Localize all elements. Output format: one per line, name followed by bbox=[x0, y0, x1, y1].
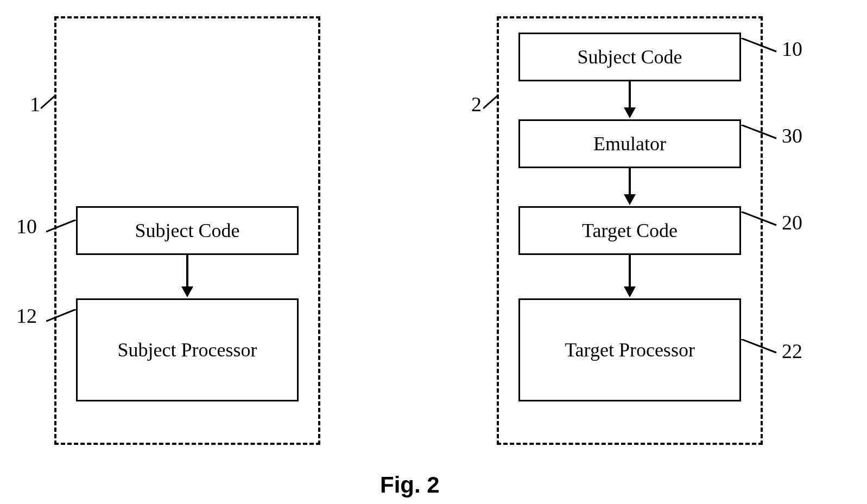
svg-marker-11 bbox=[624, 194, 636, 205]
right-target-code-label: 20 bbox=[782, 210, 802, 234]
arrow-down-icon bbox=[622, 168, 638, 206]
svg-marker-8 bbox=[624, 107, 636, 118]
right-container-label: 2 bbox=[471, 92, 482, 116]
tick-line bbox=[741, 125, 779, 141]
diagram-container: 1 Subject Code 10 Subject Processor 12 2… bbox=[0, 0, 867, 504]
tick-line bbox=[46, 220, 79, 236]
svg-marker-3 bbox=[181, 286, 193, 297]
tick-line bbox=[741, 339, 779, 355]
right-subject-code-label: 10 bbox=[782, 37, 802, 61]
left-container-label: 1 bbox=[30, 92, 40, 116]
box-text: Target Code bbox=[582, 219, 678, 242]
right-emulator-box: Emulator bbox=[518, 119, 741, 168]
tick-line bbox=[741, 212, 779, 228]
arrow-down-icon bbox=[179, 255, 195, 298]
svg-line-15 bbox=[741, 339, 776, 353]
left-subject-processor-label: 12 bbox=[16, 304, 37, 328]
box-text: Subject Code bbox=[578, 46, 682, 68]
tick-line bbox=[46, 309, 79, 326]
right-target-processor-label: 22 bbox=[782, 339, 802, 363]
right-subject-code-box: Subject Code bbox=[518, 33, 741, 81]
svg-line-5 bbox=[483, 95, 498, 109]
tick-line bbox=[483, 95, 499, 111]
svg-line-9 bbox=[741, 125, 776, 138]
svg-line-12 bbox=[741, 212, 776, 225]
right-target-processor-box: Target Processor bbox=[518, 298, 741, 401]
svg-line-4 bbox=[46, 309, 76, 321]
svg-line-0 bbox=[41, 95, 56, 109]
box-text: Target Processor bbox=[565, 339, 695, 361]
box-text: Emulator bbox=[593, 132, 666, 155]
svg-line-1 bbox=[46, 220, 76, 232]
right-target-code-box: Target Code bbox=[518, 206, 741, 255]
box-text: Subject Processor bbox=[118, 339, 257, 361]
left-subject-code-box: Subject Code bbox=[76, 206, 299, 255]
left-subject-code-label: 10 bbox=[16, 214, 37, 238]
svg-line-6 bbox=[741, 38, 776, 52]
box-text: Subject Code bbox=[135, 219, 240, 242]
tick-line bbox=[741, 38, 779, 54]
left-subject-processor-box: Subject Processor bbox=[76, 298, 299, 401]
tick-line bbox=[41, 95, 57, 111]
arrow-down-icon bbox=[622, 255, 638, 298]
svg-marker-14 bbox=[624, 286, 636, 297]
arrow-down-icon bbox=[622, 81, 638, 119]
right-emulator-label: 30 bbox=[782, 124, 802, 148]
figure-caption: Fig. 2 bbox=[380, 472, 440, 498]
